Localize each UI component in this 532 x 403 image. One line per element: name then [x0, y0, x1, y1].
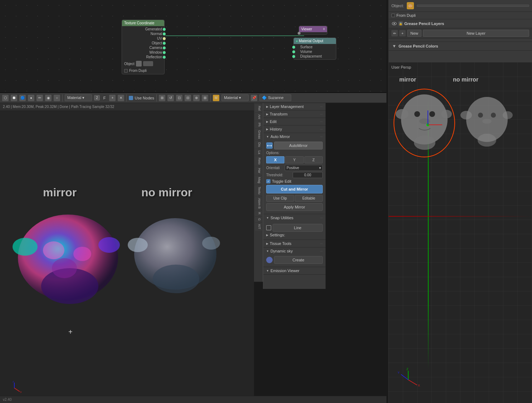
edit-header[interactable]: ▶ Edit ···: [263, 118, 326, 125]
history-header[interactable]: ▶ History ···: [263, 126, 326, 133]
use-nodes-checkbox[interactable]: [129, 96, 133, 100]
apply-mirror-button[interactable]: Apply Mirror: [266, 203, 323, 211]
node-body: Generated Normal UV Object Camera Window: [122, 26, 164, 74]
side-tab-textu[interactable]: Textu: [255, 185, 262, 196]
viewport-icon-1[interactable]: ⬡: [2, 95, 9, 101]
side-tab-har[interactable]: Har: [255, 167, 262, 175]
axis-x-button[interactable]: X: [266, 156, 284, 163]
section-layer-management: ▶ Layer Management ···: [263, 103, 326, 110]
material-dropdown[interactable]: Material ▾: [65, 94, 92, 101]
use-clip-button[interactable]: Use Clip: [266, 195, 294, 202]
svg-point-31: [503, 111, 513, 119]
transform-header[interactable]: ▶ Transform ···: [263, 110, 326, 118]
bottom-bar: v2.40: [0, 396, 386, 403]
side-tab-r[interactable]: R: [255, 211, 262, 216]
viewport-icon-5[interactable]: ✏: [36, 95, 43, 101]
layer-management-header[interactable]: ▶ Layer Management ···: [263, 103, 326, 110]
separator-4: [210, 94, 211, 102]
header-icon-extra-3[interactable]: ⊡: [176, 95, 182, 101]
side-tab-mag[interactable]: Mag: [255, 176, 262, 185]
use-nodes-toggle[interactable]: Use Nodes: [129, 96, 154, 100]
plus-icon[interactable]: +: [109, 95, 116, 101]
header-icon-extra-1[interactable]: ⊞: [159, 95, 165, 101]
side-tab-ani[interactable]: Ani: [255, 113, 262, 121]
header-icon-extra-2[interactable]: ↺: [167, 95, 174, 101]
object-name-dropdown[interactable]: 🔷 Suzanne: [259, 94, 291, 101]
viewer-input-row: [299, 33, 327, 34]
toggle-edit-checkbox[interactable]: ✓: [266, 179, 270, 183]
node-row-generated: Generated: [122, 27, 164, 31]
axis-indicator-right: X Z Y: [396, 367, 421, 392]
material-name-dropdown[interactable]: Material ▾: [221, 94, 249, 101]
socket-reflection: [163, 56, 166, 59]
auto-mirror-header[interactable]: ▼ Auto Mirror ···: [263, 133, 326, 140]
f-button[interactable]: F: [102, 95, 107, 101]
from-dupli-checkbox[interactable]: [124, 69, 128, 73]
side-tab-atom-b[interactable]: Atom B: [255, 197, 262, 210]
side-tab-greas[interactable]: Greas: [255, 129, 262, 141]
editable-button[interactable]: Editable: [295, 195, 323, 202]
main-viewport[interactable]: mirror no mirror: [0, 111, 254, 403]
triangle-icon: ▶: [266, 105, 268, 108]
threshold-value[interactable]: 0.00: [293, 172, 323, 178]
side-tab-reto[interactable]: Reto: [255, 156, 262, 166]
section-edit: ▶ Edit ···: [263, 118, 326, 126]
toggle-edit-row: ✓ Toggle Edit: [266, 179, 323, 183]
orientation-dropdown[interactable]: Positive ▾: [285, 165, 323, 171]
right-panel: Object: 🐵 From Dupli 🔒 Grease Pencil Lay…: [388, 0, 532, 403]
viewport-icon-2[interactable]: 🔲: [11, 95, 17, 101]
node-row-reflection: Reflection: [122, 55, 164, 59]
separator-3: [156, 94, 157, 102]
gp-lock-icon[interactable]: 🔒: [399, 21, 403, 26]
side-tab-g[interactable]: G: [255, 217, 262, 222]
side-panel: Rel Ani Ph Greas Dis La Reto Har Mag Tex…: [254, 103, 263, 282]
pin-icon[interactable]: 📌: [251, 95, 257, 101]
dynamic-sky-header[interactable]: ▼ Dynamic sky ···: [263, 247, 326, 255]
axis-y-button[interactable]: Y: [285, 156, 303, 163]
axis-z-button[interactable]: Z: [304, 156, 323, 163]
cut-and-mirror-button[interactable]: Cut and Mirror: [266, 185, 323, 193]
side-tab-rel[interactable]: Rel: [255, 104, 262, 112]
gp-visibility-icon[interactable]: [391, 21, 397, 26]
triangle-icon-9: ▼: [266, 269, 269, 272]
gp-colors-header: ▼ Grease Pencil Colors: [389, 41, 532, 51]
material-icon[interactable]: M: [213, 95, 219, 101]
emission-viewer-header[interactable]: ▼ Emission Viewer: [263, 267, 326, 274]
new-button[interactable]: New: [407, 30, 421, 37]
header-icon-extra-5[interactable]: ⊕: [193, 95, 200, 101]
viewport-icon-7[interactable]: ○: [54, 95, 60, 101]
automirror-button[interactable]: AutoMirror: [274, 142, 323, 149]
viewport-icon-4[interactable]: ●: [28, 95, 34, 101]
triangle-icon-4: ▶: [266, 128, 268, 131]
from-dupli-checkbox-right[interactable]: [391, 14, 395, 17]
node-texture-coordinate[interactable]: Texture Coordinate Generated Normal UV O…: [122, 20, 165, 74]
axis-buttons: X Y Z: [266, 156, 323, 163]
svg-point-28: [414, 136, 435, 150]
side-tab-dis[interactable]: Dis: [255, 141, 262, 148]
create-button[interactable]: Create: [274, 256, 323, 264]
node-material-output[interactable]: ● Material Output Surface Volume Displac…: [293, 38, 336, 60]
side-tab-kit[interactable]: KIT: [255, 223, 262, 231]
gp-tool-icon-2[interactable]: +: [399, 30, 406, 36]
viewport-icon-3[interactable]: 🔵: [19, 95, 26, 101]
tissue-tools-header[interactable]: ▶ Tissue Tools ···: [263, 240, 326, 247]
node-viewer[interactable]: Viewer II: [299, 26, 327, 35]
line-button[interactable]: Line: [273, 224, 323, 232]
side-tab-ph[interactable]: Ph: [255, 121, 262, 128]
x-icon[interactable]: ✕: [118, 95, 124, 101]
header-icon-extra-4[interactable]: ⊟: [185, 95, 191, 101]
socket-window: [163, 51, 166, 54]
viewport-icon-6[interactable]: ◉: [45, 95, 52, 101]
header-icon-extra-6[interactable]: ⊞: [202, 95, 208, 101]
object-name-field[interactable]: [417, 5, 529, 7]
svg-point-24: [419, 118, 430, 124]
gp-pencil-icon[interactable]: ✏: [391, 30, 398, 36]
right-3d-viewport[interactable]: User Persp mirror no mirror: [389, 62, 532, 403]
snap-utilities-header[interactable]: ▼ Snap Utilities ···: [263, 214, 326, 221]
status-bar: 2.40 | Mem:20.30M, Peak:20.32M | Done | …: [0, 103, 254, 111]
side-tab-la[interactable]: La: [255, 149, 262, 156]
right-mirror-label: mirror: [399, 77, 416, 83]
new-layer-button[interactable]: New Layer: [423, 30, 529, 37]
material-output-header: ● Material Output: [294, 38, 336, 44]
object-value: [143, 61, 153, 66]
